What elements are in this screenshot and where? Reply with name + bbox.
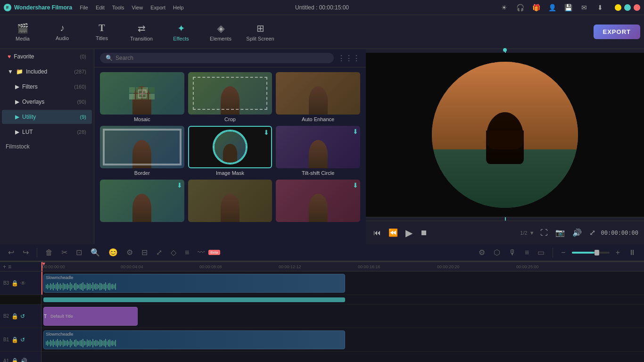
panel-filters[interactable]: ▶ Filters (160) <box>2 80 92 94</box>
delete-button[interactable]: 🗑 <box>43 247 55 258</box>
track-eye-3[interactable]: 👁 <box>20 280 26 287</box>
preview-bottom-timeline[interactable] <box>366 217 644 221</box>
play-button[interactable]: ▶ <box>404 225 414 240</box>
step-back-button[interactable]: ⏪ <box>387 226 400 239</box>
crop-button[interactable]: ⊡ <box>74 247 84 258</box>
preview-top-timeline[interactable] <box>366 49 644 53</box>
user-icon[interactable]: 👤 <box>547 2 557 13</box>
audio-mix-button[interactable]: ≡ <box>522 247 531 258</box>
titlebar-right: ☀ 🎧 🎁 👤 💾 ✉ ⬇ − □ × <box>499 2 640 13</box>
window-controls[interactable]: − □ × <box>615 4 640 11</box>
panel-lut[interactable]: ▶ LUT (28) <box>2 125 92 139</box>
clip-waveform-1 <box>44 337 345 349</box>
effect-autoenhance[interactable]: Auto Enhance <box>276 72 360 122</box>
select-button[interactable]: ⤢ <box>154 247 165 258</box>
screenshot-button[interactable]: 📷 <box>553 226 567 239</box>
keyframe-button[interactable]: ◇ <box>168 247 179 258</box>
rewind-button[interactable]: ⏮ <box>372 227 383 239</box>
menu-view[interactable]: View <box>132 5 143 10</box>
mail-icon[interactable]: ✉ <box>579 2 589 13</box>
undo-button[interactable]: ↩ <box>6 247 17 258</box>
track-number-a1: A1 <box>3 358 9 362</box>
audio-adjust-button[interactable]: ≡ <box>182 247 191 258</box>
panel-utility[interactable]: ▶ Utility (9) <box>2 110 92 124</box>
toolbar-media[interactable]: 🎬 Media <box>4 18 41 46</box>
zoom-plus-button[interactable]: + <box>613 247 622 258</box>
sun-icon[interactable]: ☀ <box>499 2 509 13</box>
add-track-icon[interactable]: + <box>3 263 6 270</box>
track-lock-3[interactable]: 🔒 <box>11 280 18 287</box>
toolbar-transition[interactable]: ⇄ Transition <box>123 18 160 46</box>
mask-button[interactable]: ⬡ <box>491 247 503 258</box>
settings-button[interactable]: ⤢ <box>587 226 597 239</box>
menu-edit[interactable]: Edit <box>96 5 105 10</box>
gift-icon[interactable]: 🎁 <box>531 2 541 13</box>
menu-tools[interactable]: Tools <box>112 5 124 10</box>
zoom-in-button[interactable]: 🔍 <box>88 247 102 258</box>
effect-imagemask[interactable]: ⬇ Image Mask <box>188 126 272 176</box>
grid-icon[interactable]: ⋮⋮⋮ <box>338 54 360 63</box>
cut-button[interactable]: ✂ <box>59 247 70 258</box>
minimize-button[interactable]: − <box>615 4 621 11</box>
download-icon[interactable]: ⬇ <box>595 2 605 13</box>
panel-overlays[interactable]: ▶ Overlays (90) <box>2 95 92 109</box>
clip-title-2[interactable]: T Default Title <box>43 307 138 326</box>
effect-border[interactable]: Border <box>100 126 184 176</box>
panel-filmstock[interactable]: Filmstock <box>0 140 94 154</box>
effect-item9[interactable]: ⬇ <box>276 180 360 224</box>
zoom-slider[interactable] <box>572 252 610 254</box>
menu-export[interactable]: Export <box>150 5 165 10</box>
utility-chevron: ▶ <box>15 114 19 120</box>
search-box[interactable]: 🔍 <box>100 53 334 63</box>
emoji-button[interactable]: 😊 <box>106 247 120 258</box>
record-button[interactable]: 🎙 <box>506 247 519 258</box>
expand-button[interactable]: ⊟ <box>139 247 150 258</box>
timeline-pause-button[interactable]: ⏸ <box>626 247 638 258</box>
fullscreen-button[interactable]: ⛶ <box>538 227 550 239</box>
toolbar-splitscreen[interactable]: ⊞ Split Screen <box>241 18 279 46</box>
ratio-value: 1/2 <box>520 230 527 236</box>
effect-mosaic[interactable]: Mosaic <box>100 72 184 122</box>
volume-button[interactable]: 🔊 <box>570 226 584 239</box>
track-lock-a1[interactable]: 🔒 <box>11 358 18 362</box>
menu-file[interactable]: File <box>80 5 88 10</box>
track-lock-1[interactable]: 🔒 <box>11 337 18 343</box>
toolbar-audio[interactable]: ♪ Audio <box>43 18 81 46</box>
stop-button[interactable]: ⏹ <box>418 227 429 239</box>
track-mute-a1[interactable]: 🔊 <box>20 358 27 362</box>
search-input[interactable] <box>116 55 328 61</box>
headphone-icon[interactable]: 🎧 <box>515 2 525 13</box>
panel-included[interactable]: ▼ 📁 Included (287) <box>2 65 92 79</box>
track-eye-1[interactable]: ↺ <box>20 337 25 343</box>
save-icon[interactable]: 💾 <box>563 2 573 13</box>
motion-button[interactable]: ⚙ <box>124 247 135 258</box>
track-eye-2[interactable]: ↺ <box>20 313 25 320</box>
audio-beta-button[interactable]: 〰 <box>195 247 207 258</box>
toolbar-titles[interactable]: T Titles <box>83 18 121 46</box>
mosaic-label: Mosaic <box>100 116 184 122</box>
effect-item7[interactable]: ⬇ <box>100 180 184 224</box>
timeline-header[interactable]: ▼ 00:00:00:00 00:00:04:04 00:00:08:08 00… <box>41 262 644 272</box>
timeline-settings-button[interactable]: ⚙ <box>476 247 487 258</box>
menu-bar[interactable]: File Edit Tools View Export Help <box>80 5 183 10</box>
favorite-label: Favorite <box>14 53 34 60</box>
zoom-minus-button[interactable]: − <box>559 247 568 258</box>
effect-item8[interactable] <box>188 180 272 224</box>
beta-badge: Beta <box>208 250 220 255</box>
maximize-button[interactable]: □ <box>624 4 631 11</box>
panel-favorite[interactable]: ♥ Favorite (0) <box>2 49 92 64</box>
export-button[interactable]: EXPORT <box>594 25 640 39</box>
redo-button[interactable]: ↪ <box>20 247 31 258</box>
track-menu-icon[interactable]: ≡ <box>8 263 11 270</box>
toolbar-elements[interactable]: ◈ Elements <box>202 18 239 46</box>
close-button[interactable]: × <box>634 4 640 11</box>
subtitle-button[interactable]: ▭ <box>535 247 547 258</box>
effect-tiltshift[interactable]: ⬇ Tilt-shift Circle <box>276 126 360 176</box>
track-lock-2[interactable]: 🔒 <box>11 313 18 320</box>
menu-help[interactable]: Help <box>173 5 184 10</box>
sub-clip-3[interactable] <box>43 297 345 302</box>
toolbar-effects[interactable]: ✦ Effects <box>162 18 200 46</box>
clip-video-3[interactable]: Slowmcheadle // Will be generated by JS … <box>43 274 345 293</box>
effect-crop[interactable]: Crop <box>188 72 272 122</box>
clip-video-1[interactable]: Slowmcheadle <box>43 330 345 349</box>
